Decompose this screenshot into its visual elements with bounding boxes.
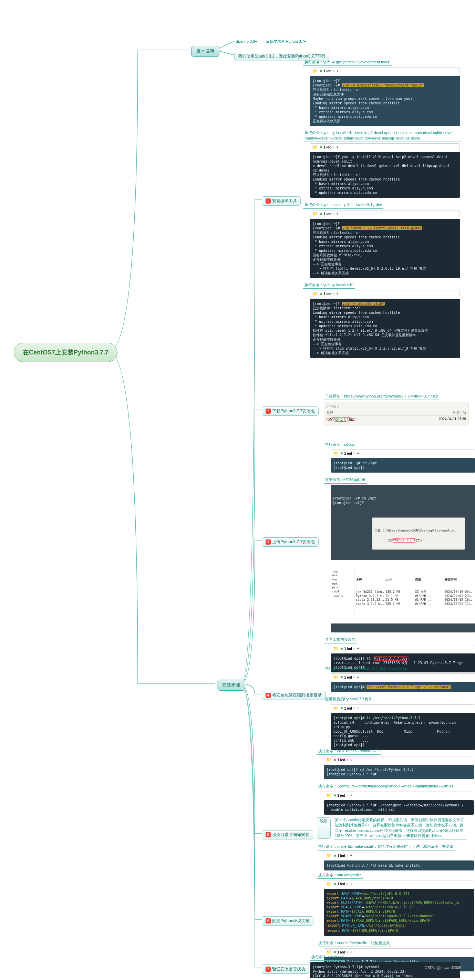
- close-icon[interactable]: ×: [346, 854, 348, 858]
- close-icon[interactable]: ×: [346, 794, 348, 797]
- add-tab-icon[interactable]: +: [337, 212, 338, 216]
- add-tab-icon[interactable]: +: [350, 758, 353, 762]
- cmd-label: 执行命令：./configure --prefix=/usr/local/pyt…: [317, 783, 456, 790]
- close-icon[interactable]: ×: [353, 676, 355, 679]
- folder-icon: 📁: [312, 212, 318, 216]
- step5-title: 5切换目录并编译安装: [262, 830, 313, 840]
- step3-title: 3上传Python3.7.7安装包: [262, 537, 319, 547]
- terminal-output: [root@ied ~]# yum -y install zlib* 已加载插件…: [310, 299, 460, 358]
- folder-icon: 📁: [312, 291, 318, 296]
- close-icon[interactable]: ×: [353, 706, 355, 710]
- terminal-output: [root@ied ~]# [root@ied ~]# yum -y group…: [310, 76, 460, 126]
- close-icon[interactable]: ×: [332, 145, 334, 149]
- add-tab-icon[interactable]: +: [337, 292, 338, 296]
- terminal-tab-header: 📁 ● 1 ied × +: [324, 756, 473, 763]
- add-tab-icon[interactable]: +: [357, 676, 359, 679]
- add-tab-icon[interactable]: +: [350, 882, 353, 886]
- watermark: CSDN @howard2005: [425, 966, 461, 970]
- step1-title: 1安装编译工具: [262, 196, 301, 206]
- folder-icon: 📁: [333, 675, 338, 679]
- cmd-label: 执行命令：make && make install，这个过程比较耗时，会进行源码…: [317, 843, 455, 850]
- step2-title: 2下载Python3.7.7安装包: [262, 406, 319, 416]
- cmd-label: 执行命令：cd /opt: [324, 441, 357, 448]
- cmd-label: 执行命令：yum -y install zlib-devel bzip2-dev…: [303, 129, 461, 142]
- terminal-tab-header: 📁 ● 1 ied × +: [310, 67, 459, 75]
- terminal-output: [root@ied opt]# ls /usr/local/Python-3.7…: [330, 713, 475, 750]
- add-tab-icon[interactable]: +: [350, 854, 353, 858]
- cmd-label: 执行命令：cd /usr/local/Python-3.7.7: [317, 748, 381, 755]
- folder-icon: 📁: [326, 757, 331, 762]
- terminal-tab-header: 📁 ● 1 ied × +: [330, 450, 475, 457]
- branch-steps: 安装步骤: [217, 679, 245, 690]
- terminal-output: [root@ied Python-3.7.7]# ./configure --p…: [324, 800, 474, 815]
- cmd-label: 查看解压的Python3.7.7目录: [324, 696, 373, 703]
- folder-icon: 📁: [326, 853, 331, 858]
- download-window: > 下载 > 名称修改日期 Python-3.7.7.tgz 2024-04-0…: [324, 402, 469, 425]
- note-text: 第一个--prefix指定安装的路径，不指定的话，安装过程中软件所需要的文件可能…: [334, 817, 467, 840]
- cmd-label: 执行命令：yum -y groupinstall "Development to…: [303, 59, 392, 66]
- close-icon[interactable]: ×: [332, 69, 334, 73]
- terminal-tab-header: 📁 ● 1 ied × +: [324, 852, 473, 859]
- step7-terminal: [root@ied Python-3.7.7]# python3 Python …: [310, 962, 460, 978]
- cmd-label: 执行命令：tar -zxvf Python-3.7.7.tgz -C /usr/…: [324, 665, 409, 672]
- close-icon[interactable]: ×: [353, 452, 355, 455]
- terminal-tab-header: 📁 ● 1 ied × +: [330, 673, 475, 681]
- note-label: 说明: [317, 818, 330, 839]
- add-tab-icon[interactable]: +: [350, 793, 353, 797]
- cmd-label: 执行命令：yum install -y libffi-devel zlib1g-…: [303, 202, 383, 208]
- root-node: 在CentOS7上安装Python3.7.7: [14, 343, 118, 362]
- terminal-tab-header: 📁 ● 1 ied × +: [330, 645, 475, 652]
- add-tab-icon[interactable]: +: [337, 69, 338, 73]
- terminal-tab-header: 📁 ● 1 ied × +: [310, 210, 459, 217]
- upload-label: 将安装包上传到/opt目录: [324, 476, 367, 483]
- step2-url: 下载网址：https://www.python.org/ftp/python/3…: [324, 393, 440, 400]
- terminal-tab-header: 📁 ● 1 ied × +: [310, 143, 459, 151]
- terminal-tab-header: 📁 ● 1 ied × +: [310, 290, 459, 297]
- version-py-req: 最低要求是 Python 3.7+: [265, 38, 308, 45]
- step4-title: 4将安装包解压缩到指定目录: [262, 690, 326, 700]
- terminal-output: [root@ied opt]# cd /usr/local/Python-3.7…: [324, 765, 474, 779]
- add-tab-icon[interactable]: +: [357, 647, 359, 650]
- cmd-label: 查看上传的安装包: [324, 636, 357, 643]
- terminal-output: [root@ied ~]# [root@ied ~]# yum install …: [310, 219, 460, 278]
- folder-icon: 📁: [326, 881, 331, 886]
- terminal-output: [root@ied ~]# yum -y install zlib-devel …: [310, 152, 460, 198]
- downloaded-file: Python-3.7.7.tgz: [326, 417, 356, 422]
- upload-dialog: [root@ied ~]# cd /opt[root@ied opt]# 下载 …: [330, 485, 475, 633]
- cmd-label: 执行命令：source /etc/profile，让配置生效: [317, 940, 391, 947]
- terminal-output: [root@ied opt]# tar -zxvf Python-3.7.7.t…: [330, 682, 475, 692]
- terminal-output: [root@ied Python-3.7.7]# make && make in…: [324, 861, 474, 870]
- step7-title: 7验证安装是否成功: [262, 964, 309, 974]
- folder-icon: 📁: [333, 646, 338, 651]
- cmd-label: 执行命令：yum -y install zlib*: [303, 282, 355, 289]
- folder-icon: 📁: [312, 68, 318, 73]
- profile-editor: export JAVA_HOME=/usr/local/jdk1.8.0_231…: [324, 889, 474, 936]
- close-icon[interactable]: ×: [346, 758, 348, 762]
- terminal-output: [root@ied ~]# cd /opt [root@ied opt]#: [330, 458, 475, 473]
- folder-icon: 📁: [333, 706, 338, 711]
- close-icon[interactable]: ×: [353, 647, 355, 651]
- step6-cmd1: 执行命令：vim /etc/profile: [317, 872, 363, 879]
- step7-cmd: 执行命令：python3: [310, 954, 345, 961]
- terminal-tab-header: 📁 ● 1 ied × +: [324, 880, 473, 887]
- close-icon[interactable]: ×: [346, 882, 348, 886]
- branch-version: 版本说明: [191, 46, 219, 57]
- close-icon[interactable]: ×: [332, 292, 334, 296]
- terminal-tab-header: 📁 ● 1 ied × +: [324, 792, 473, 799]
- add-tab-icon[interactable]: +: [337, 145, 338, 149]
- close-icon[interactable]: ×: [332, 212, 334, 216]
- version-spark: Spark 3.0.0+: [234, 38, 259, 45]
- add-tab-icon[interactable]: +: [357, 452, 359, 455]
- folder-icon: 📁: [312, 145, 318, 150]
- folder-icon: 📁: [326, 793, 331, 798]
- folder-icon: 📁: [333, 451, 338, 456]
- step6-title: 6配置Python环境变量: [262, 916, 313, 926]
- add-tab-icon[interactable]: +: [357, 706, 359, 710]
- terminal-tab-header: 📁 ● 1 ied × +: [330, 705, 475, 712]
